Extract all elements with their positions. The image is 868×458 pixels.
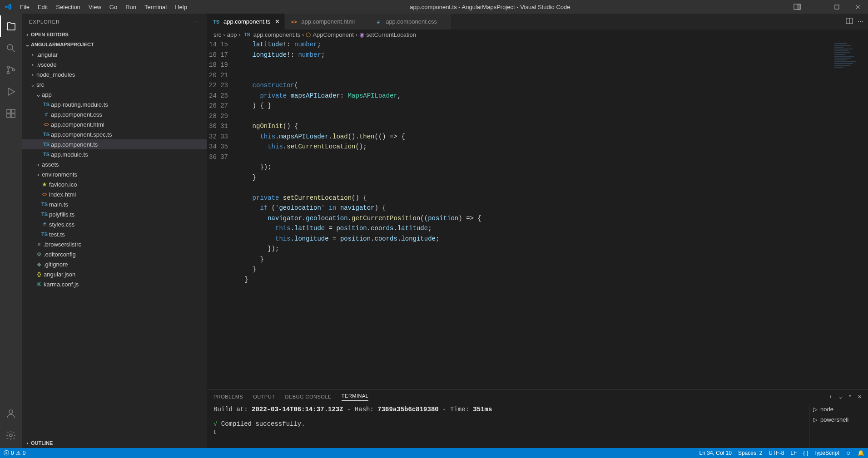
panel-tab-problems[interactable]: PROBLEMS: [213, 394, 243, 399]
terminal-dropdown-icon[interactable]: ⌄: [838, 394, 843, 400]
editor-area: TS app.component.ts ✕ <> app.component.h…: [207, 14, 868, 448]
menu-view[interactable]: View: [84, 0, 105, 14]
file-app-css[interactable]: #app.component.css: [22, 109, 207, 119]
breadcrumb-item[interactable]: setCurrentLocation: [366, 31, 416, 38]
status-line-col[interactable]: Ln 34, Col 10: [699, 450, 732, 456]
menu-file[interactable]: File: [16, 0, 34, 14]
breadcrumbs[interactable]: src› app› TS app.component.ts› ⬡ AppComp…: [207, 30, 868, 39]
status-language[interactable]: { } TypeScript: [803, 450, 839, 456]
method-icon: ◉: [359, 31, 364, 38]
file-tree: ›.angular ›.vscode ›node_modules ⌄src ⌄a…: [22, 49, 207, 438]
status-feedback-icon[interactable]: ☺: [846, 450, 851, 456]
file-editorconfig[interactable]: ⚙.editorconfig: [22, 249, 207, 259]
window-title: app.component.ts - AngularMapsProject - …: [191, 4, 789, 10]
open-editors-section[interactable]: › OPEN EDITORS: [22, 30, 207, 39]
minimize-button[interactable]: [805, 0, 826, 14]
sidebar-more-icon[interactable]: ⋯: [194, 19, 199, 25]
svg-rect-13: [7, 114, 10, 118]
file-polyfills[interactable]: TSpolyfills.ts: [22, 209, 207, 219]
maximize-button[interactable]: [826, 0, 847, 14]
panel-tab-output[interactable]: OUTPUT: [253, 394, 275, 399]
new-terminal-icon[interactable]: +: [829, 394, 832, 400]
svg-rect-3: [835, 5, 839, 9]
file-karma[interactable]: Kkarma.conf.js: [22, 279, 207, 289]
folder-node-modules[interactable]: ›node_modules: [22, 69, 207, 79]
status-eol[interactable]: LF: [790, 450, 797, 456]
error-icon: ⓧ: [4, 449, 9, 457]
maximize-panel-icon[interactable]: ^: [849, 394, 851, 400]
project-section[interactable]: ⌄ ANGULARMAPSPROJECT: [22, 39, 207, 49]
search-icon[interactable]: [0, 37, 22, 59]
menu-selection[interactable]: Selection: [52, 0, 84, 14]
menu-help[interactable]: Help: [171, 0, 191, 14]
source-control-icon[interactable]: [0, 59, 22, 81]
status-spaces[interactable]: Spaces: 2: [738, 450, 762, 456]
bottom-panel: PROBLEMS OUTPUT DEBUG CONSOLE TERMINAL +…: [207, 389, 868, 448]
file-app-module[interactable]: TSapp.module.ts: [22, 149, 207, 159]
breadcrumb-item[interactable]: AppComponent: [312, 31, 353, 38]
file-browserslist[interactable]: ≡.browserslistrc: [22, 239, 207, 249]
explorer-icon[interactable]: [0, 15, 22, 37]
terminal-node[interactable]: ▷node: [809, 404, 868, 414]
status-notifications-icon[interactable]: 🔔: [858, 450, 864, 456]
status-errors[interactable]: ⓧ0 ⚠0: [4, 449, 25, 457]
tab-app-component-ts[interactable]: TS app.component.ts ✕: [207, 14, 285, 30]
status-bar: ⓧ0 ⚠0 Ln 34, Col 10 Spaces: 2 UTF-8 LF {…: [0, 448, 868, 458]
code-editor[interactable]: 14 15 16 17 18 19 20 21 22 23 24 25 26 2…: [207, 39, 868, 389]
settings-gear-icon[interactable]: [0, 424, 22, 446]
breadcrumb-item[interactable]: app.component.ts: [253, 31, 300, 38]
close-button[interactable]: [847, 0, 868, 14]
svg-point-8: [7, 66, 10, 69]
tab-label: app.component.html: [301, 18, 355, 25]
tab-app-component-css[interactable]: # app.component.css ✕: [369, 14, 451, 30]
file-app-routing[interactable]: TSapp-routing.module.ts: [22, 99, 207, 109]
menu-edit[interactable]: Edit: [34, 0, 52, 14]
split-editor-icon[interactable]: [846, 17, 853, 26]
svg-rect-12: [11, 109, 15, 113]
file-styles[interactable]: #styles.css: [22, 219, 207, 229]
code-content[interactable]: latitude!: number; longitude!: number; c…: [237, 39, 868, 389]
terminal-powershell[interactable]: ▷powershell: [809, 414, 868, 425]
panel-tab-terminal[interactable]: TERMINAL: [342, 393, 369, 401]
ts-file-icon: TS: [243, 32, 252, 37]
run-debug-icon[interactable]: [0, 81, 22, 103]
folder-assets[interactable]: ›assets: [22, 159, 207, 169]
menu-terminal[interactable]: Terminal: [140, 0, 171, 14]
terminal-output[interactable]: Build at: 2022-03-14T06:14:37.123Z - Has…: [207, 404, 809, 448]
close-tab-icon[interactable]: ✕: [275, 18, 280, 25]
extensions-icon[interactable]: [0, 103, 22, 124]
explorer-sidebar: EXPLORER ⋯ › OPEN EDITORS ⌄ ANGULARMAPSP…: [22, 14, 207, 448]
breadcrumb-item[interactable]: src: [213, 31, 221, 38]
svg-point-10: [13, 69, 15, 71]
svg-rect-2: [813, 7, 818, 7]
file-app-spec[interactable]: TSapp.component.spec.ts: [22, 129, 207, 139]
file-main[interactable]: TSmain.ts: [22, 199, 207, 209]
tab-app-component-html[interactable]: <> app.component.html ✕: [285, 14, 369, 30]
minimap[interactable]: [832, 39, 868, 389]
more-actions-icon[interactable]: ⋯: [858, 18, 863, 25]
folder-angular[interactable]: ›.angular: [22, 49, 207, 59]
file-index[interactable]: <>index.html: [22, 189, 207, 199]
editor-tabs: TS app.component.ts ✕ <> app.component.h…: [207, 14, 868, 30]
file-app-ts[interactable]: TSapp.component.ts: [22, 139, 207, 149]
layout-button[interactable]: [789, 0, 805, 14]
outline-section[interactable]: › OUTLINE: [22, 438, 207, 448]
file-gitignore[interactable]: ◆.gitignore: [22, 259, 207, 269]
file-favicon[interactable]: ★favicon.ico: [22, 179, 207, 189]
status-encoding[interactable]: UTF-8: [769, 450, 784, 456]
close-panel-icon[interactable]: ✕: [858, 394, 862, 400]
file-app-html[interactable]: <>app.component.html: [22, 119, 207, 129]
breadcrumb-item[interactable]: app: [227, 31, 237, 38]
account-icon[interactable]: [0, 403, 22, 424]
menu-go[interactable]: Go: [105, 0, 121, 14]
line-gutter: 14 15 16 17 18 19 20 21 22 23 24 25 26 2…: [207, 39, 237, 389]
folder-environments[interactable]: ›environments: [22, 169, 207, 179]
menu-run[interactable]: Run: [121, 0, 140, 14]
folder-vscode[interactable]: ›.vscode: [22, 59, 207, 69]
panel-tab-debug[interactable]: DEBUG CONSOLE: [285, 394, 331, 399]
folder-src[interactable]: ⌄src: [22, 79, 207, 89]
file-test[interactable]: TStest.ts: [22, 229, 207, 239]
file-angular-json[interactable]: {}angular.json: [22, 269, 207, 279]
project-label: ANGULARMAPSPROJECT: [31, 42, 94, 47]
folder-app[interactable]: ⌄app: [22, 89, 207, 99]
